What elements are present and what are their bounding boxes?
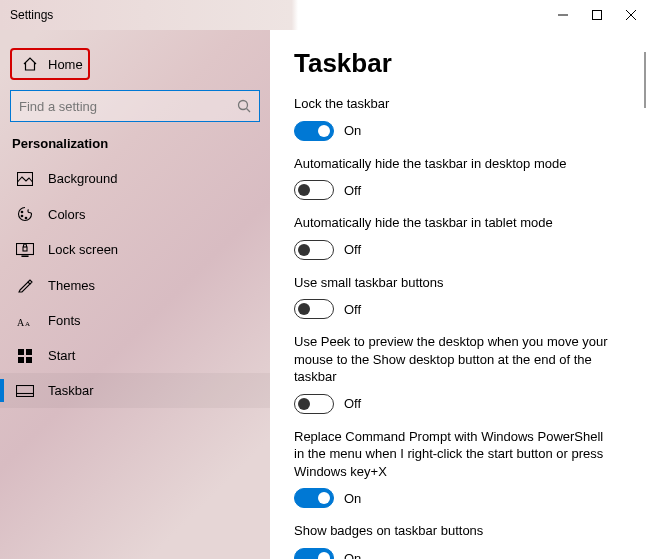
scrollbar[interactable] [644,52,646,108]
lock-screen-icon [16,243,34,257]
sidebar-item-label: Taskbar [48,383,94,398]
picture-icon [16,172,34,186]
maximize-button[interactable] [580,0,614,30]
toggle-state: Off [344,396,361,411]
taskbar-icon [16,385,34,397]
toggle-state: On [344,123,361,138]
option: Automatically hide the taskbar in deskto… [294,155,624,201]
page-title: Taskbar [294,48,624,79]
search-input-wrapper[interactable] [10,90,260,122]
option: Replace Command Prompt with Windows Powe… [294,428,624,509]
home-button[interactable]: Home [10,48,90,80]
sidebar-item-label: Background [48,171,117,186]
toggle-state: Off [344,242,361,257]
svg-rect-11 [22,256,28,257]
toggle-state: Off [344,302,361,317]
close-button[interactable] [614,0,648,30]
option: Automatically hide the taskbar in tablet… [294,214,624,260]
sidebar-item-label: Colors [48,207,86,222]
svg-point-9 [25,217,27,219]
home-label: Home [48,57,83,72]
option: Lock the taskbarOn [294,95,624,141]
titlebar: Settings [0,0,648,30]
option-label: Use small taskbar buttons [294,274,614,292]
sidebar-item-start[interactable]: Start [0,338,270,373]
option: Use Peek to preview the desktop when you… [294,333,624,414]
option: Show badges on taskbar buttonsOn [294,522,624,559]
minimize-button[interactable] [546,0,580,30]
sidebar-item-label: Fonts [48,313,81,328]
svg-point-7 [21,211,23,213]
sidebar-item-colors[interactable]: Colors [0,196,270,232]
option-label: Automatically hide the taskbar in deskto… [294,155,614,173]
toggle-state: Off [344,183,361,198]
main-panel: Taskbar Lock the taskbarOnAutomatically … [270,30,648,559]
svg-text:A: A [25,320,30,328]
toggle-switch[interactable] [294,548,334,559]
sidebar-item-taskbar[interactable]: Taskbar [0,373,270,408]
svg-point-8 [21,215,23,217]
svg-rect-19 [17,385,34,396]
sidebar-item-label: Themes [48,278,95,293]
svg-text:A: A [17,317,25,328]
fonts-icon: AA [16,314,34,328]
sidebar-item-label: Lock screen [48,242,118,257]
search-icon [237,99,251,113]
search-input[interactable] [19,99,237,114]
toggle-state: On [344,491,361,506]
sidebar-item-fonts[interactable]: AA Fonts [0,303,270,338]
svg-rect-16 [26,349,32,355]
option: Use small taskbar buttonsOff [294,274,624,320]
toggle-switch[interactable] [294,488,334,508]
sidebar-item-label: Start [48,348,75,363]
svg-rect-18 [26,357,32,363]
svg-rect-10 [17,243,34,254]
toggle-switch[interactable] [294,121,334,141]
option-label: Use Peek to preview the desktop when you… [294,333,614,386]
option-label: Show badges on taskbar buttons [294,522,614,540]
palette-icon [16,206,34,222]
sidebar-item-lock-screen[interactable]: Lock screen [0,232,270,267]
sidebar-item-themes[interactable]: Themes [0,267,270,303]
themes-icon [16,277,34,293]
sidebar-item-background[interactable]: Background [0,161,270,196]
svg-rect-1 [593,11,602,20]
toggle-switch[interactable] [294,299,334,319]
svg-point-4 [239,101,248,110]
svg-rect-17 [18,357,24,363]
toggle-switch[interactable] [294,180,334,200]
svg-rect-12 [23,247,27,251]
svg-rect-15 [18,349,24,355]
toggle-state: On [344,551,361,559]
option-label: Replace Command Prompt with Windows Powe… [294,428,614,481]
start-icon [16,349,34,363]
toggle-switch[interactable] [294,394,334,414]
section-heading: Personalization [0,136,270,161]
toggle-switch[interactable] [294,240,334,260]
window-title: Settings [10,8,53,22]
sidebar: Home Personalization Background Colors [0,30,270,559]
option-label: Lock the taskbar [294,95,614,113]
svg-line-5 [247,109,251,113]
option-label: Automatically hide the taskbar in tablet… [294,214,614,232]
home-icon [22,56,38,72]
